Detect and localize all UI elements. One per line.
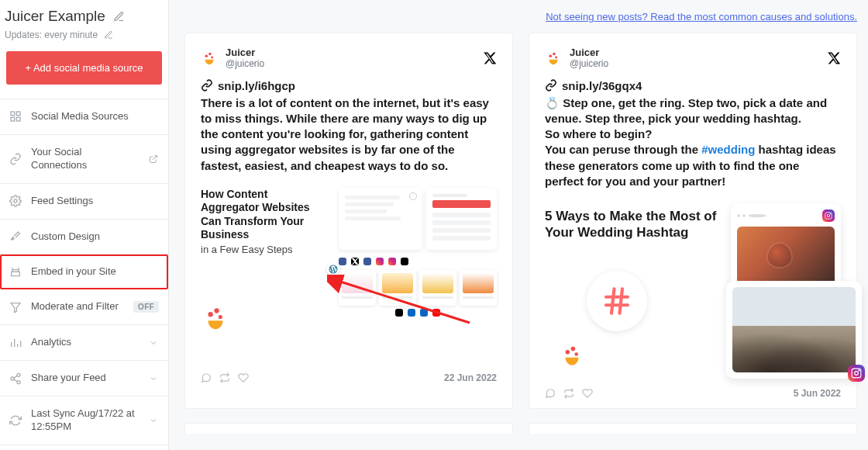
like-icon[interactable] [582,388,593,399]
sidebar-item-last-sync[interactable]: Last Sync Aug/17/22 at 12:55PM [0,396,168,445]
post-header: Juicer @juicerio [545,47,841,70]
retweet-icon[interactable] [563,388,574,399]
moderation-off-badge: OFF [133,301,159,313]
sidebar-item-share-your-feed[interactable]: Share your Feed [0,361,168,396]
post-text: There is a lot of content on the interne… [201,95,497,174]
chevron-down-icon [148,415,159,426]
sidebar-item-label: Your Social Connections [31,146,139,172]
edit-schedule-icon[interactable] [104,30,113,40]
post-footer: 22 Jun 2022 [201,372,497,383]
svg-point-37 [855,372,859,376]
svg-line-14 [14,376,18,378]
svg-point-19 [208,312,213,317]
post-date: 22 Jun 2022 [444,372,497,383]
gear-icon [9,195,22,207]
svg-marker-6 [11,303,20,312]
post-image: How Content Aggregator Websites Can Tran… [201,188,497,366]
chevron-down-icon [148,338,159,348]
sidebar-item-label: Social Media Sources [31,110,159,123]
svg-rect-0 [11,112,15,116]
reply-icon[interactable] [201,372,212,383]
share-icon [9,372,22,385]
chevron-down-icon [148,373,159,384]
svg-point-17 [208,53,212,56]
post-body: snip.ly/i6hgcp There is a lot of content… [201,79,497,174]
juicer-logo-icon [201,303,319,333]
post-footer: 5 Jun 2022 [545,388,841,399]
main-content: Not seeing new posts? Read the most comm… [169,0,868,450]
svg-line-28 [611,289,615,313]
svg-point-23 [549,55,553,58]
updates-label: Updates: every minute [5,29,98,40]
next-row-stub [184,423,857,434]
post-image: 5 Ways to Make the Most of Your Wedding … [545,203,841,382]
wordpress-icon [326,262,340,276]
post-author: Juicer [226,47,475,59]
svg-line-4 [153,155,157,160]
post-header: Juicer @juicerio [201,47,497,70]
sidebar-item-label: Analytics [31,336,139,349]
sidebar-item-your-social-connections[interactable]: Your Social Connections [0,135,168,184]
svg-point-16 [205,55,208,58]
post-card[interactable]: Juicer @juicerio snip.ly/i6hgcp There is… [184,33,513,409]
filter-icon [9,301,22,313]
instagram-icon [848,365,865,382]
svg-point-11 [17,373,20,376]
reply-icon[interactable] [545,388,556,399]
svg-line-15 [14,379,18,382]
sidebar-item-analytics[interactable]: Analytics [0,325,168,361]
svg-point-12 [11,377,14,380]
juicer-logo-icon [201,50,218,67]
post-snip-link[interactable]: snip.ly/i6hgcp [218,79,295,92]
analytics-icon [9,337,22,349]
sidebar-item-label: Moderate and Filter [31,300,124,313]
sidebar-item-social-media-sources[interactable]: Social Media Sources [0,99,168,135]
post-handle: @juicerio [226,59,475,70]
embed-icon [9,266,22,279]
svg-point-18 [211,57,213,59]
svg-point-5 [14,199,17,202]
svg-point-38 [859,370,859,371]
sidebar: Juicer Example Updates: every minute + A… [0,0,169,450]
sidebar-item-feed-settings[interactable]: Feed Settings [0,184,168,220]
add-source-button[interactable]: + Add social media source [6,51,162,85]
sidebar-item-label: Last Sync Aug/17/22 at 12:55PM [31,407,139,434]
sync-icon [9,414,22,427]
post-handle: @juicerio [570,59,819,70]
svg-point-32 [574,352,578,356]
hashtag-link[interactable]: #wedding [701,143,755,156]
link-icon [9,153,22,165]
svg-rect-1 [16,112,20,116]
juicer-logo-icon [545,50,562,67]
like-icon[interactable] [238,372,249,383]
svg-line-29 [620,289,623,313]
feed: Juicer @juicerio snip.ly/i6hgcp There is… [184,33,857,409]
post-text: 💍 Step one, get the ring. Step two, pick… [545,95,841,190]
svg-point-30 [566,350,570,355]
sidebar-item-custom-design[interactable]: Custom Design [0,220,168,255]
svg-point-24 [553,53,556,56]
post-body: snip.ly/36gqx4 💍 Step one, get the ring.… [545,79,841,190]
retweet-icon[interactable] [219,372,230,383]
sidebar-item-embed-in-your-site[interactable]: Embed in your Site [0,254,168,289]
grid-icon [9,110,22,123]
sidebar-nav: Social Media Sources Your Social Connect… [0,99,168,445]
help-link[interactable]: Not seeing new posts? Read the most comm… [546,11,857,22]
post-date: 5 Jun 2022 [794,388,841,399]
post-author: Juicer [570,47,819,59]
edit-title-icon[interactable] [113,11,125,22]
svg-point-31 [571,346,576,351]
post-card[interactable]: Juicer @juicerio snip.ly/36gqx4 💍 Step o… [529,33,857,409]
hashtag-badge-icon [587,271,647,331]
svg-rect-3 [16,118,20,122]
post-snip-link[interactable]: snip.ly/36gqx4 [562,79,642,92]
instagram-card [726,281,862,379]
x-twitter-icon [483,51,497,65]
external-link-icon [148,154,159,164]
sidebar-item-moderate-and-filter[interactable]: Moderate and Filter OFF [0,289,168,325]
x-twitter-icon [827,51,841,65]
svg-point-13 [17,380,20,383]
link-icon [545,79,557,92]
svg-point-34 [827,215,829,217]
juicer-logo-icon [559,342,723,369]
